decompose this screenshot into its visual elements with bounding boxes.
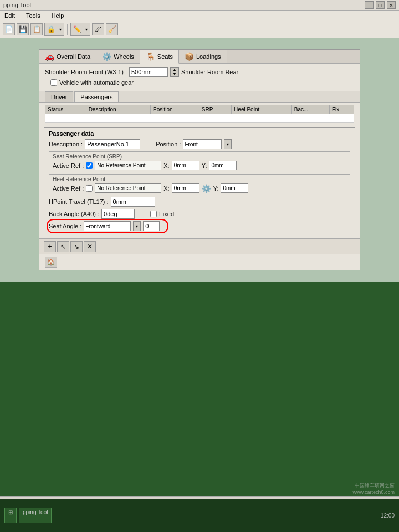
auto-gear-checkbox[interactable] xyxy=(50,79,57,86)
heel-title: Heel Reference Point xyxy=(53,176,346,182)
tab-seats-label: Seats xyxy=(157,53,173,60)
hpoint-label: HPoint Travel (TL17) : xyxy=(49,198,109,205)
clock: 12:00 xyxy=(381,513,395,519)
heel-x-label: X: xyxy=(163,185,169,192)
erase-button[interactable]: 🧹 xyxy=(106,23,118,35)
toolbar: 📄 💾 📋 🔒 ▾ ✏️ ▾ 🖊 🧹 xyxy=(0,21,399,38)
minimize-button[interactable]: ─ xyxy=(365,1,374,9)
seat-icon: 🪑 xyxy=(146,52,155,61)
menu-bar: Edit Tools Help xyxy=(0,11,399,21)
draw-button[interactable]: 🖊 xyxy=(92,23,104,35)
close-button[interactable]: ✕ xyxy=(387,1,396,9)
hpoint-row: HPoint Travel (TL17) : xyxy=(49,197,350,207)
watermark: 中国锋车研网之窗www.cartech0.com xyxy=(352,482,395,496)
tab-loadings[interactable]: 📦 Loadings xyxy=(179,50,227,63)
col-heel-point: Heel Point xyxy=(232,105,292,114)
tab-loadings-label: Loadings xyxy=(196,53,221,60)
data-table-container: Status Description Position SRP Heel Poi… xyxy=(39,103,360,125)
back-angle-input[interactable] xyxy=(101,209,135,219)
tab-seats[interactable]: 🪑 Seats xyxy=(140,50,179,64)
srp-y-input[interactable] xyxy=(209,161,237,170)
srp-title: Seat Reference Point (SRP) xyxy=(53,154,346,160)
menu-tools[interactable]: Tools xyxy=(24,12,43,19)
view-icon-button[interactable]: 🏠 xyxy=(45,257,57,268)
save-button[interactable]: 💾 xyxy=(17,23,29,35)
description-input[interactable] xyxy=(85,139,140,149)
icon-row: 🏠 xyxy=(39,254,360,270)
description-label: Description : xyxy=(49,141,83,147)
heel-x-input[interactable] xyxy=(172,183,200,193)
copy-button[interactable]: 📋 xyxy=(30,23,43,35)
shoulder-room-front-label: Shoulder Room Front (W3-1) : xyxy=(45,69,127,75)
srp-ref-input[interactable] xyxy=(95,161,161,170)
heel-y-input[interactable] xyxy=(221,183,248,193)
passenger-data-section: Passenger data Description : Position : … xyxy=(44,127,355,236)
new-button[interactable]: 📄 xyxy=(3,23,15,35)
maximize-button[interactable]: □ xyxy=(376,1,385,9)
position-dropdown[interactable]: ▾ xyxy=(224,139,232,149)
hpoint-input[interactable] xyxy=(111,197,155,207)
tab-wheels[interactable]: ⚙️ Wheels xyxy=(96,50,140,63)
seat-angle-row: Seat Angle : ▾ xyxy=(49,221,350,231)
lock-dropdown[interactable]: ▾ xyxy=(57,23,64,35)
shoulder-room-row: Shoulder Room Front (W3-1) : ▲ ▼ Shoulde… xyxy=(45,67,354,77)
seat-angle-value[interactable] xyxy=(143,221,160,231)
srp-active-ref-row: Active Ref : X: Y: xyxy=(53,161,346,170)
heel-active-ref-label: Active Ref : xyxy=(53,185,84,192)
fixed-label: Fixed xyxy=(159,211,174,217)
next-button[interactable]: ↘ xyxy=(70,241,83,252)
srp-x-input[interactable] xyxy=(172,161,200,170)
table-empty-row xyxy=(45,114,354,123)
shoulder-room-section: Shoulder Room Front (W3-1) : ▲ ▼ Shoulde… xyxy=(39,64,360,91)
seat-angle-input[interactable] xyxy=(84,221,131,231)
seat-angle-label: Seat Angle : xyxy=(49,223,81,229)
heel-ref-input[interactable] xyxy=(95,183,161,193)
window-title: pping Tool xyxy=(3,2,31,8)
col-position: Position xyxy=(150,105,199,114)
add-button[interactable]: + xyxy=(44,241,56,252)
delete-button[interactable]: ✕ xyxy=(84,241,96,252)
back-angle-label: Back Angle (A40) : xyxy=(49,211,99,217)
pen-dropdown[interactable]: ▾ xyxy=(83,23,90,35)
position-label: Position : xyxy=(156,141,181,147)
separator-1 xyxy=(67,24,68,35)
srp-active-ref-label: Active Ref : xyxy=(53,162,84,169)
prev-button[interactable]: ↖ xyxy=(57,241,69,252)
col-srp: SRP xyxy=(199,105,231,114)
car-icon: 🚗 xyxy=(45,52,54,61)
shoulder-room-rear-label: Shoulder Room Rear xyxy=(181,69,238,75)
col-status: Status xyxy=(45,105,86,114)
seat-angle-dropdown[interactable]: ▾ xyxy=(133,221,141,231)
loading-icon: 📦 xyxy=(185,52,194,61)
tab-overall-data[interactable]: 🚗 Overall Data xyxy=(39,50,96,63)
pen-button[interactable]: ✏️ xyxy=(71,23,83,35)
taskbar: ⊞ pping Tool 12:00 xyxy=(0,499,399,532)
driver-passenger-tabs: Driver Passengers xyxy=(39,91,360,103)
lock-button[interactable]: 🔒 xyxy=(45,23,57,35)
bottom-toolbar: + ↖ ↘ ✕ xyxy=(39,238,360,254)
main-tabs: 🚗 Overall Data ⚙️ Wheels 🪑 Seats 📦 Loadi… xyxy=(39,50,360,64)
srp-active-checkbox[interactable] xyxy=(86,162,93,169)
col-fix: Fix xyxy=(329,105,354,114)
tab-driver[interactable]: Driver xyxy=(45,91,73,102)
fixed-checkbox[interactable] xyxy=(150,211,157,217)
system-tray: 12:00 xyxy=(381,513,395,519)
main-content: 🚗 Overall Data ⚙️ Wheels 🪑 Seats 📦 Loadi… xyxy=(0,38,399,282)
auto-gear-label: Vehicle with automatic gear xyxy=(59,79,134,86)
app-button[interactable]: pping Tool xyxy=(19,508,52,523)
heel-active-checkbox[interactable] xyxy=(86,185,93,192)
shoulder-room-front-input[interactable] xyxy=(129,67,168,77)
start-button[interactable]: ⊞ xyxy=(4,508,17,523)
shoulder-room-spin[interactable]: ▲ ▼ xyxy=(170,67,179,77)
col-back: Bac... xyxy=(291,105,329,114)
tab-overall-label: Overall Data xyxy=(57,53,90,60)
position-input[interactable] xyxy=(183,139,222,149)
heel-active-ref-row: Active Ref : X: ⚙️ Y: xyxy=(53,183,346,193)
menu-edit[interactable]: Edit xyxy=(2,12,17,19)
tab-passengers[interactable]: Passengers xyxy=(74,91,119,102)
back-angle-row: Back Angle (A40) : Fixed xyxy=(49,209,350,219)
srp-section: Seat Reference Point (SRP) Active Ref : … xyxy=(49,151,350,172)
gear-small-icon: ⚙️ xyxy=(202,184,211,193)
passenger-data-title: Passenger data xyxy=(49,130,350,137)
menu-help[interactable]: Help xyxy=(49,12,66,19)
